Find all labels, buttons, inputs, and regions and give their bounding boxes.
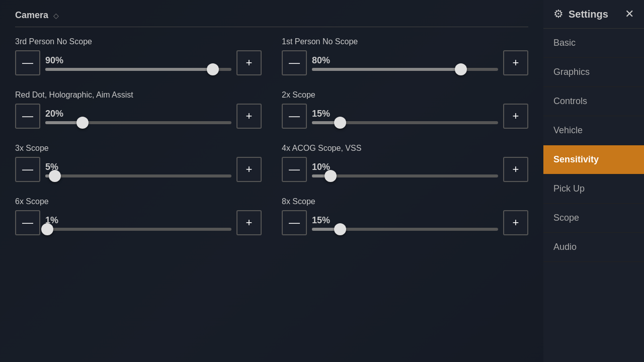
sidebar-title-row: ⚙ Settings [553,8,608,21]
slider-row-first-person-no-scope: —80%+ [282,50,528,75]
setting-group-4x-acog: 4x ACOG Scope, VSS—10%+ [282,144,528,182]
setting-label-3x-scope: 3x Scope [15,144,262,153]
slider-value-3x-scope: 5% [45,162,231,172]
sidebar-item-scope[interactable]: Scope [543,204,644,233]
setting-group-2x-scope: 2x Scope—15%+ [282,90,528,129]
close-icon[interactable]: ✕ [625,8,634,21]
sidebar-item-audio[interactable]: Audio [543,233,644,262]
minus-button-third-person-no-scope[interactable]: — [15,50,40,75]
slider-thumb-4x-acog[interactable] [325,170,337,182]
slider-value-third-person-no-scope: 90% [45,55,231,66]
plus-button-6x-scope[interactable]: + [236,210,262,235]
slider-track-4x-acog[interactable] [312,174,498,177]
plus-button-4x-acog[interactable]: + [503,157,528,182]
setting-label-red-dot: Red Dot, Holographic, Aim Assist [15,90,262,100]
slider-value-first-person-no-scope: 80% [312,55,498,66]
slider-row-red-dot: —20%+ [15,104,262,129]
sidebar-item-sensitivity[interactable]: Sensitivity [543,145,644,174]
sidebar: ⚙ Settings ✕ BasicGraphicsControlsVehicl… [543,0,644,362]
slider-container-2x-scope: 15% [312,109,498,124]
slider-container-8x-scope: 15% [312,215,498,231]
slider-thumb-8x-scope[interactable] [334,223,346,235]
slider-container-first-person-no-scope: 80% [312,55,498,71]
slider-track-2x-scope[interactable] [312,121,498,124]
setting-group-red-dot: Red Dot, Holographic, Aim Assist—20%+ [15,90,262,129]
slider-row-third-person-no-scope: —90%+ [15,50,262,75]
slider-thumb-3x-scope[interactable] [49,170,61,182]
minus-button-2x-scope[interactable]: — [282,104,307,129]
sidebar-item-graphics[interactable]: Graphics [543,58,644,87]
slider-track-3x-scope[interactable] [45,174,231,177]
main-content: Camera ◇ 3rd Person No Scope—90%+1st Per… [0,0,543,362]
plus-button-first-person-no-scope[interactable]: + [503,50,528,75]
plus-button-2x-scope[interactable]: + [503,104,528,129]
slider-value-4x-acog: 10% [312,162,498,172]
sidebar-item-basic[interactable]: Basic [543,29,644,58]
slider-value-6x-scope: 1% [45,215,231,226]
slider-track-6x-scope[interactable] [45,228,231,231]
slider-row-2x-scope: —15%+ [282,104,528,129]
plus-button-red-dot[interactable]: + [236,104,262,129]
camera-header: Camera ◇ [15,10,528,27]
slider-row-3x-scope: —5%+ [15,157,262,182]
minus-button-red-dot[interactable]: — [15,104,40,129]
setting-label-8x-scope: 8x Scope [282,197,528,206]
slider-track-red-dot[interactable] [45,121,231,124]
slider-container-red-dot: 20% [45,109,231,124]
gear-icon: ⚙ [553,8,564,21]
slider-track-8x-scope[interactable] [312,228,498,231]
slider-container-third-person-no-scope: 90% [45,55,231,71]
slider-row-8x-scope: —15%+ [282,210,528,235]
slider-container-6x-scope: 1% [45,215,231,231]
slider-thumb-6x-scope[interactable] [41,223,53,235]
sidebar-title: Settings [569,9,608,20]
slider-container-3x-scope: 5% [45,162,231,177]
slider-row-4x-acog: —10%+ [282,157,528,182]
slider-value-red-dot: 20% [45,109,231,119]
slider-track-third-person-no-scope[interactable] [45,68,231,71]
slider-thumb-third-person-no-scope[interactable] [207,63,219,75]
slider-thumb-red-dot[interactable] [76,117,89,129]
setting-group-first-person-no-scope: 1st Person No Scope—80%+ [282,37,528,75]
sidebar-header: ⚙ Settings ✕ [543,0,644,29]
setting-group-third-person-no-scope: 3rd Person No Scope—90%+ [15,37,262,75]
minus-button-4x-acog[interactable]: — [282,157,307,182]
setting-label-2x-scope: 2x Scope [282,90,528,100]
setting-label-first-person-no-scope: 1st Person No Scope [282,37,528,46]
plus-button-third-person-no-scope[interactable]: + [236,50,262,75]
plus-button-3x-scope[interactable]: + [236,157,262,182]
slider-thumb-first-person-no-scope[interactable] [455,63,467,75]
sidebar-item-controls[interactable]: Controls [543,87,644,116]
minus-button-first-person-no-scope[interactable]: — [282,50,307,75]
minus-button-3x-scope[interactable]: — [15,157,40,182]
setting-group-6x-scope: 6x Scope—1%+ [15,197,262,235]
setting-label-6x-scope: 6x Scope [15,197,262,206]
camera-arrow: ◇ [53,12,59,20]
slider-container-4x-acog: 10% [312,162,498,177]
plus-button-8x-scope[interactable]: + [503,210,528,235]
slider-thumb-2x-scope[interactable] [334,117,346,129]
slider-track-first-person-no-scope[interactable] [312,68,498,71]
minus-button-6x-scope[interactable]: — [15,210,40,235]
sidebar-item-pickup[interactable]: Pick Up [543,174,644,204]
setting-label-third-person-no-scope: 3rd Person No Scope [15,37,262,46]
minus-button-8x-scope[interactable]: — [282,210,307,235]
sidebar-items-container: BasicGraphicsControlsVehicleSensitivityP… [543,29,644,262]
camera-title: Camera [15,10,48,21]
setting-group-3x-scope: 3x Scope—5%+ [15,144,262,182]
slider-fill-first-person-no-scope [312,68,461,71]
setting-label-4x-acog: 4x ACOG Scope, VSS [282,144,528,153]
settings-grid: 3rd Person No Scope—90%+1st Person No Sc… [15,37,528,235]
setting-group-8x-scope: 8x Scope—15%+ [282,197,528,235]
sidebar-item-vehicle[interactable]: Vehicle [543,116,644,145]
slider-fill-third-person-no-scope [45,68,213,71]
slider-row-6x-scope: —1%+ [15,210,262,235]
